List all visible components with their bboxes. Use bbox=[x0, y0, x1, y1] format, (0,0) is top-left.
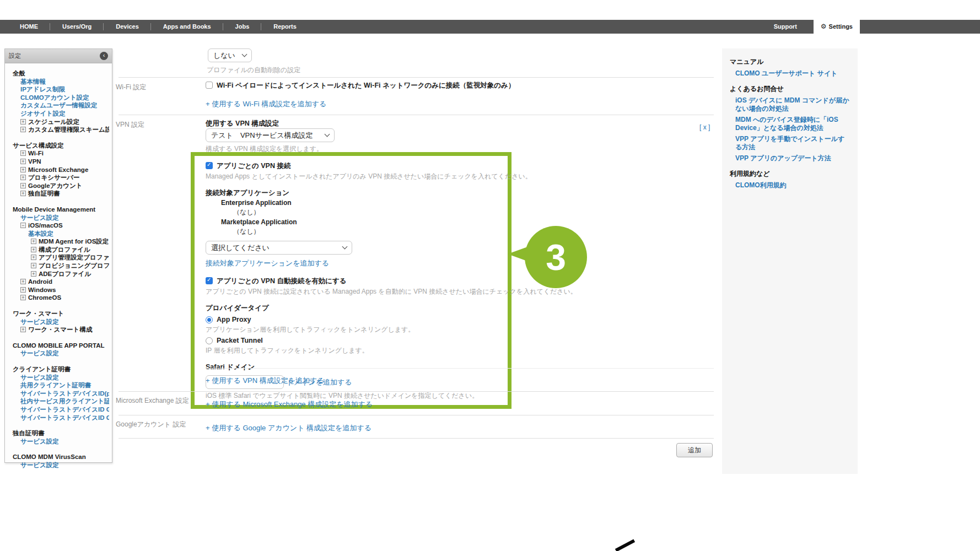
profile-autodelete-select[interactable]: しない bbox=[208, 48, 252, 62]
nav-settings[interactable]: ⚙ Settings bbox=[814, 20, 860, 34]
sidebar-item[interactable]: サービス設定 bbox=[8, 374, 109, 382]
sidebar-item[interactable]: 基本設定 bbox=[8, 230, 109, 238]
expand-icon[interactable]: + bbox=[20, 150, 26, 156]
help-link[interactable]: VPP アプリのアップデート方法 bbox=[730, 154, 851, 163]
add-wifi-config-link[interactable]: + 使用する Wi-Fi 構成設定を追加する bbox=[206, 99, 326, 109]
sidebar-item[interactable]: +ワーク・スマート構成 bbox=[8, 326, 109, 334]
row-divider bbox=[119, 391, 714, 392]
vpn-config-select[interactable]: テスト VPNサービス構成設定 bbox=[206, 128, 335, 142]
step-3-balloon: 3 bbox=[525, 226, 587, 288]
target-app-select[interactable]: 選択してください bbox=[206, 241, 352, 255]
nav-home[interactable]: HOME bbox=[8, 20, 50, 34]
sidebar-item[interactable]: +Wi-Fi bbox=[8, 149, 109, 158]
sidebar-item[interactable]: +Windows bbox=[8, 286, 109, 294]
sidebar-item[interactable]: +独自証明書 bbox=[8, 190, 109, 198]
help-link[interactable]: CLOMO利用規約 bbox=[730, 181, 851, 190]
expand-icon[interactable]: + bbox=[20, 183, 26, 188]
expand-icon[interactable]: + bbox=[20, 295, 26, 300]
sidebar-item[interactable]: サイバートラストデバイスID(pilot)... bbox=[8, 390, 109, 398]
sidebar-item[interactable]: +Android bbox=[8, 278, 109, 286]
marketplace-application-label: Marketplace Application bbox=[206, 218, 500, 226]
sidebar-header: 設定 ‹ bbox=[5, 49, 112, 63]
sidebar-item[interactable]: CLOMOアカウント設定 bbox=[8, 94, 109, 102]
sidebar-tree: 全般基本情報IPアドレス制限CLOMOアカウント設定カスタムユーザー情報設定ジオ… bbox=[5, 63, 112, 469]
nav-jobs[interactable]: Jobs bbox=[223, 20, 262, 34]
sidebar-item[interactable]: +プロキシサーバー bbox=[8, 174, 109, 182]
sidebar-item[interactable]: サービス設定 bbox=[8, 437, 109, 446]
sidebar-item[interactable]: IPアドレス制限 bbox=[8, 85, 109, 94]
expand-icon[interactable]: + bbox=[31, 263, 36, 268]
help-link[interactable]: VPP アプリを手動でインストールする方法 bbox=[730, 135, 851, 152]
sidebar-item[interactable]: +構成プロファイル bbox=[8, 246, 109, 254]
sidebar-item[interactable]: +ChromeOS bbox=[8, 294, 109, 302]
sidebar-item[interactable]: +プロビジョニングプロファイル bbox=[8, 262, 109, 270]
sidebar-item-label: Microsoft Exchange bbox=[28, 166, 88, 173]
sidebar-item[interactable]: +Microsoft Exchange bbox=[8, 166, 109, 174]
sidebar-item[interactable]: 共用クライアント証明書 bbox=[8, 381, 109, 390]
expand-icon[interactable]: + bbox=[31, 255, 36, 260]
google-row-label: Googleアカウント 設定 bbox=[116, 420, 186, 429]
app-proxy-radio[interactable] bbox=[206, 316, 213, 323]
nav-devices[interactable]: Devices bbox=[104, 20, 151, 34]
sidebar-item[interactable]: サービス設定 bbox=[8, 461, 109, 469]
per-app-vpn-checkbox[interactable] bbox=[206, 162, 213, 169]
expand-icon[interactable]: + bbox=[20, 287, 26, 293]
gear-icon: ⚙ bbox=[821, 20, 827, 34]
expand-icon[interactable]: + bbox=[20, 191, 26, 196]
sidebar-item[interactable]: サービス設定 bbox=[8, 349, 109, 358]
nav-apps-and-books[interactable]: Apps and Books bbox=[151, 20, 223, 34]
sidebar-item-label: 基本情報 bbox=[20, 78, 46, 85]
sidebar-item[interactable]: +スケジュール設定 bbox=[8, 118, 109, 126]
vpn-close-link[interactable]: [ x ] bbox=[699, 123, 710, 131]
collapse-icon[interactable]: − bbox=[20, 223, 26, 228]
add-button[interactable]: 追加 bbox=[676, 443, 713, 457]
sidebar-item[interactable]: サイバートラストデバイスID G3is(... bbox=[8, 414, 109, 422]
sidebar-item-label: サイバートラストデバイスID G3is(... bbox=[20, 414, 109, 421]
packet-tunnel-radio[interactable] bbox=[206, 337, 213, 344]
nav-support[interactable]: Support bbox=[757, 20, 814, 34]
add-target-app-link[interactable]: 接続対象アプリケーションを追加する bbox=[206, 258, 329, 268]
sidebar-item-label: サービス設定 bbox=[20, 318, 59, 325]
sidebar-item[interactable]: +Googleアカウント bbox=[8, 182, 109, 190]
sidebar-item-label: サービス設定 bbox=[20, 214, 59, 221]
per-app-vpn-auto-checkbox[interactable] bbox=[206, 277, 213, 284]
profile-autodelete-select-value: しない bbox=[213, 51, 235, 61]
sidebar-item[interactable]: 社内サービス用クライアント証明書 bbox=[8, 397, 109, 406]
wifi-payload-checkbox[interactable] bbox=[206, 82, 213, 89]
expand-icon[interactable]: + bbox=[20, 119, 26, 125]
help-link[interactable]: iOS デバイスに MDM コマンドが届かない場合の対処法 bbox=[730, 96, 851, 113]
expand-icon[interactable]: + bbox=[31, 247, 36, 252]
sidebar-item[interactable]: サービス設定 bbox=[8, 318, 109, 326]
sidebar-item[interactable]: 基本情報 bbox=[8, 78, 109, 86]
per-app-vpn-checkbox-label: アプリごとの VPN 接続 bbox=[217, 162, 290, 170]
sidebar-item[interactable]: ジオサイト設定 bbox=[8, 110, 109, 118]
add-vpn-config-link[interactable]: + 使用する VPN 構成設定を追加する bbox=[206, 376, 325, 386]
sidebar-item[interactable]: +ADEプロファイル bbox=[8, 270, 109, 278]
help-link[interactable]: CLOMO ユーザーサポート サイト bbox=[730, 69, 851, 78]
sidebar-item[interactable]: +VPN bbox=[8, 158, 109, 166]
wifi-payload-checkbox-label: Wi-Fi ペイロードによってインストールされた Wi-Fi ネットワークのみに… bbox=[217, 82, 515, 90]
expand-icon[interactable]: + bbox=[20, 175, 26, 180]
sidebar-item[interactable]: カスタムユーザー情報設定 bbox=[8, 101, 109, 110]
sidebar-item[interactable]: +アプリ管理設定プロファイル bbox=[8, 253, 109, 262]
add-google-config-link[interactable]: + 使用する Google アカウント 構成設定を追加する bbox=[206, 423, 371, 433]
help-link[interactable]: MDM へのデバイス登録時に「iOS Device」となる場合の対処法 bbox=[730, 116, 851, 132]
sidebar-collapse-button[interactable]: ‹ bbox=[100, 52, 108, 60]
expand-icon[interactable]: + bbox=[31, 271, 36, 277]
nav-reports[interactable]: Reports bbox=[261, 20, 309, 34]
row-divider bbox=[119, 438, 714, 439]
nav-users-org[interactable]: Users/Org bbox=[50, 20, 104, 34]
expand-icon[interactable]: + bbox=[20, 279, 26, 284]
sidebar-item[interactable]: サービス設定 bbox=[8, 214, 109, 222]
add-exchange-config-link[interactable]: + 使用する Microsoft Exchange 構成設定を追加する bbox=[206, 399, 373, 409]
sidebar-item[interactable]: −iOS/macOS bbox=[8, 222, 109, 230]
sidebar-item[interactable]: +カスタム管理権限スキーム設定 bbox=[8, 126, 109, 134]
safari-domain-title: Safari ドメイン bbox=[206, 363, 500, 372]
expand-icon[interactable]: + bbox=[20, 127, 26, 132]
sidebar-item[interactable]: +MDM Agent for iOS設定 bbox=[8, 237, 109, 246]
expand-icon[interactable]: + bbox=[20, 327, 26, 332]
sidebar-item[interactable]: サイバートラストデバイスID G3is... bbox=[8, 406, 109, 414]
expand-icon[interactable]: + bbox=[20, 167, 26, 172]
expand-icon[interactable]: + bbox=[20, 159, 26, 164]
expand-icon[interactable]: + bbox=[31, 239, 36, 244]
